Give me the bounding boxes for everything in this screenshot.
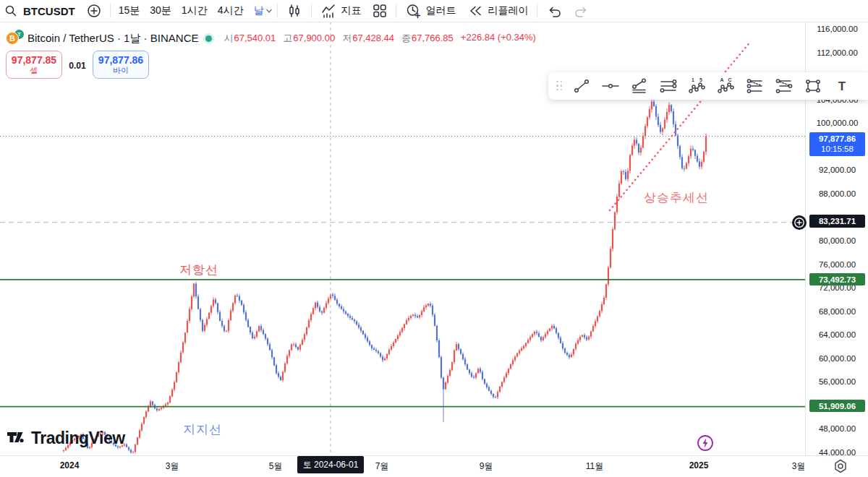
uptrend-line <box>610 41 751 210</box>
time-tick: 3월 <box>166 460 179 473</box>
indicators-icon <box>320 3 336 19</box>
toolbar-divider <box>110 4 111 18</box>
buy-label: 바이 <box>113 66 129 74</box>
tradingview-window: BTCUSDT 15분 30분 1시간 4시간 날 지표 <box>0 0 868 477</box>
svg-text:C: C <box>728 77 731 82</box>
buy-button[interactable]: 97,877.86 바이 <box>93 51 149 79</box>
time-tick: 9월 <box>480 460 493 473</box>
time-tick: 2025 <box>689 460 709 470</box>
alert-plus-icon[interactable] <box>791 215 807 233</box>
trend-line-tool[interactable] <box>567 72 596 100</box>
indicators-button[interactable]: 지표 <box>315 1 367 20</box>
alert-button[interactable]: 얼러트 <box>399 1 461 20</box>
spread-value: 0.01 <box>62 61 93 71</box>
close-value: 67,766.85 <box>412 33 454 43</box>
resistance-annotation[interactable]: 저항선 <box>179 262 218 278</box>
price-tick: 56,000.00 <box>806 377 868 386</box>
toolbar-divider <box>537 4 537 18</box>
tradingview-logo[interactable]: TradingView <box>7 429 125 448</box>
gann-fan-lines-tool[interactable] <box>741 72 770 100</box>
alert-clock-icon <box>405 3 421 19</box>
price-tick: 76,000.00 <box>806 260 868 269</box>
last-price-value: 97,877.86 <box>809 134 865 144</box>
interval-1h-button[interactable]: 1시간 <box>176 1 213 20</box>
close-label: 종 <box>401 33 411 43</box>
high-label: 고 <box>283 33 292 43</box>
undo-icon <box>546 3 562 19</box>
crosshair-date-badge: 토 2024-06-01 <box>297 456 364 473</box>
compare-add-icon[interactable] <box>81 1 107 20</box>
timezone-settings-icon[interactable] <box>833 458 848 477</box>
alert-label: 얼러트 <box>425 4 456 17</box>
tradingview-mark-icon <box>7 431 26 447</box>
buy-price: 97,877.86 <box>98 55 143 66</box>
sell-label: 셀 <box>30 66 38 74</box>
tradingview-logo-text: TradingView <box>31 429 125 448</box>
market-status-dot-icon <box>205 35 212 42</box>
drag-handle[interactable] <box>553 81 567 92</box>
svg-text:1: 1 <box>692 77 694 82</box>
undo-button[interactable] <box>540 1 568 20</box>
high-value: 67,900.00 <box>293 33 335 43</box>
toolbar-divider <box>277 4 278 18</box>
open-label: 시 <box>224 33 233 43</box>
replay-label: 리플레이 <box>488 4 528 17</box>
time-tick: 7월 <box>375 460 389 473</box>
price-tick: 64,000.00 <box>806 330 868 339</box>
price-tick: 80,000.00 <box>806 236 868 245</box>
disjoint-lines-tool[interactable] <box>770 72 799 100</box>
elliott-impulse-wave-tool[interactable]: 15 <box>683 72 712 100</box>
sell-button[interactable]: 97,877.85 셀 <box>6 51 62 79</box>
layout-grid-button[interactable] <box>367 1 393 20</box>
open-value: 67,540.01 <box>234 33 276 43</box>
symbol-title: Bitcoin / TetherUS · 1날 · BINANCE <box>27 32 198 46</box>
svg-text:A: A <box>720 77 723 82</box>
price-tick: 116,000.00 <box>806 25 868 33</box>
candlestick-type-icon <box>286 3 302 19</box>
replay-rewind-icon <box>467 3 483 19</box>
price-tick: 100,000.00 <box>806 119 868 127</box>
low-value: 67,428.44 <box>352 33 394 43</box>
symbol-logos: T B <box>6 31 27 46</box>
price-tick: 92,000.00 <box>806 166 868 174</box>
interval-4h-button[interactable]: 4시간 <box>213 1 249 20</box>
countdown-timer: 10:15:58 <box>809 144 865 154</box>
trade-panel: 97,877.85 셀 0.01 97,877.86 바이 <box>6 51 149 79</box>
fib-retracement-tool[interactable] <box>625 72 654 100</box>
drawing-toolbar: 15 AC T <box>548 72 868 100</box>
horizontal-line-tool[interactable] <box>596 72 625 100</box>
support-price-badge: 51,909.06 <box>809 400 865 412</box>
alert-price-badge: 83,231.71 <box>809 215 865 228</box>
time-axis[interactable]: 토 2024-06-01 20243월5월7월9월11월20253월 <box>0 455 868 477</box>
search-icon[interactable] <box>4 4 17 17</box>
time-tick: 5월 <box>269 460 283 473</box>
price-tick: 68,000.00 <box>806 307 868 316</box>
svg-text:5: 5 <box>699 77 702 82</box>
chart-legend[interactable]: T B Bitcoin / TetherUS · 1날 · BINANCE 시6… <box>6 31 536 46</box>
interval-menu-chevron-down-icon[interactable] <box>264 7 274 14</box>
top-toolbar: BTCUSDT 15분 30분 1시간 4시간 날 지표 <box>0 0 868 22</box>
rectangle-tool[interactable] <box>799 72 827 100</box>
price-tick: 60,000.00 <box>806 354 868 363</box>
interval-15m-button[interactable]: 15분 <box>114 1 145 20</box>
toolbar-divider <box>311 4 312 18</box>
support-annotation[interactable]: 지지선 <box>183 421 222 438</box>
sell-price: 97,877.85 <box>12 55 56 66</box>
replay-button[interactable]: 리플레이 <box>461 1 534 20</box>
price-tick: 112,000.00 <box>806 48 868 57</box>
indicators-label: 지표 <box>341 4 361 17</box>
parallel-lines-tool[interactable] <box>654 72 683 100</box>
interval-30m-button[interactable]: 30분 <box>145 1 176 20</box>
symbol-search-button[interactable]: BTCUSDT <box>17 1 81 20</box>
event-lightning-icon[interactable] <box>697 434 714 455</box>
redo-button[interactable] <box>568 1 595 20</box>
svg-text:T: T <box>838 80 846 93</box>
elliott-correction-wave-tool[interactable]: AC <box>712 72 741 100</box>
candlestick-series <box>63 81 707 454</box>
chart-type-button[interactable] <box>281 1 308 20</box>
redo-icon <box>574 3 590 19</box>
resistance-price-badge: 73,492.73 <box>809 273 865 285</box>
text-tool[interactable]: T <box>827 72 856 100</box>
ohlc-values: 시67,540.01 고67,900.00 저67,428.44 종67,766… <box>224 32 535 45</box>
uptrend-annotation[interactable]: 상승추세선 <box>644 189 709 206</box>
